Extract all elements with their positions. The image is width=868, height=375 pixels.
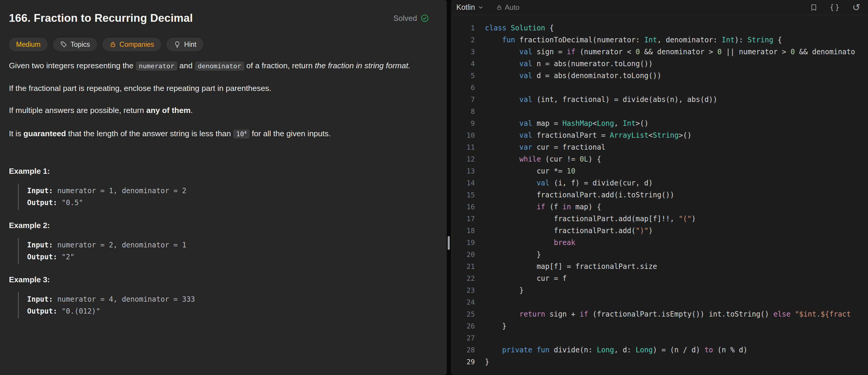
code-token: Int: [644, 36, 657, 44]
companies-button[interactable]: Companies: [102, 37, 161, 51]
bookmark-button[interactable]: [810, 4, 818, 11]
code-token: >(): [679, 131, 691, 140]
topics-label: Topics: [71, 40, 90, 49]
line-number: 9: [451, 117, 475, 129]
code-token: cur *=: [485, 167, 567, 175]
example-block: Input: numerator = 1, denominator = 2Out…: [18, 184, 429, 210]
code-line: 25 return sign + if (fractionalPart.isEm…: [451, 308, 868, 320]
format-code-button[interactable]: {}: [830, 3, 840, 11]
code-text: cur = f: [475, 272, 567, 284]
io-label: Input:: [27, 241, 53, 249]
code-line: 13 cur *= 10: [451, 165, 868, 177]
code-token: Int: [623, 119, 636, 127]
code-text: fun fractionToDecimal(numerator: Int, de…: [475, 34, 782, 46]
io-label: Output:: [27, 199, 57, 207]
example-block: Input: numerator = 4, denominator = 333O…: [18, 292, 429, 318]
code-token: Long: [636, 346, 653, 354]
code-token: val: [520, 71, 537, 80]
text-segment: any of them: [146, 106, 191, 115]
code-text: val map = HashMap<Long, Int>(): [475, 117, 648, 129]
reset-code-button[interactable]: ↺: [852, 3, 860, 12]
solved-badge: Solved: [394, 14, 429, 23]
inline-code: 104: [233, 129, 250, 139]
auto-mode-toggle[interactable]: Auto: [496, 3, 520, 11]
code-token: Long: [597, 119, 614, 127]
panel-divider[interactable]: [447, 0, 451, 375]
io-label: Output:: [27, 253, 57, 261]
difficulty-label: Medium: [16, 40, 40, 49]
topics-button[interactable]: Topics: [53, 37, 97, 51]
code-token: [485, 155, 520, 163]
code-token: fractionalPart.add(: [485, 227, 636, 235]
code-token: if: [536, 203, 549, 211]
code-token: }: [485, 322, 506, 330]
code-token: (numerator <: [580, 48, 636, 56]
description-paragraph: If the fractional part is repeating, enc…: [9, 81, 426, 95]
code-text: if (f in map) {: [475, 201, 601, 213]
example-input: Input: numerator = 2, denominator = 1: [27, 239, 429, 251]
text-segment: .: [191, 106, 193, 115]
code-token: [485, 131, 520, 140]
tag-icon: [60, 41, 67, 48]
code-line: 26 }: [451, 320, 868, 332]
example-output: Output: "2": [27, 251, 429, 263]
code-text: val (i, f) = divide(cur, d): [475, 177, 653, 189]
line-number: 10: [451, 129, 475, 141]
io-value: numerator = 1, denominator = 2: [53, 186, 186, 195]
code-token: (cur !=: [545, 155, 580, 163]
description-paragraph: If multiple answers are possible, return…: [9, 103, 426, 117]
code-token: d = abs(denominator.toLong()): [536, 71, 661, 80]
difficulty-badge[interactable]: Medium: [9, 37, 48, 51]
hint-button[interactable]: Hint: [166, 37, 204, 51]
code-text: val n = abs(numerator.toLong()): [475, 58, 653, 70]
line-number: 13: [451, 165, 475, 177]
code-token: cur = fractional: [536, 143, 605, 151]
io-label: Input:: [27, 186, 53, 195]
code-token: Int: [722, 36, 735, 44]
example-label: Example 3:: [9, 275, 429, 284]
line-number: 11: [451, 141, 475, 153]
line-number: 25: [451, 308, 475, 320]
code-line: 5 val d = abs(denominator.toLong()): [451, 70, 868, 82]
resize-handle[interactable]: [448, 236, 450, 250]
text-segment: guaranteed: [24, 129, 66, 138]
line-number: 12: [451, 153, 475, 165]
code-token: [485, 179, 536, 187]
code-token: else: [773, 310, 795, 318]
code-token: [485, 71, 520, 80]
code-token: divide(n:: [554, 346, 597, 354]
code-token: while: [520, 155, 546, 163]
lightbulb-icon: [174, 41, 181, 48]
code-token: "(": [679, 214, 691, 223]
line-number: 5: [451, 70, 475, 82]
code-token: Solution: [511, 24, 550, 32]
io-label: Output:: [27, 307, 57, 315]
code-token: fun: [536, 346, 554, 354]
code-token: val: [536, 179, 554, 187]
line-number: 16: [451, 201, 475, 213]
io-value: numerator = 4, denominator = 333: [53, 295, 195, 304]
code-token: [485, 310, 520, 318]
code-line: 24: [451, 296, 868, 308]
code-token: if: [580, 310, 592, 318]
code-area[interactable]: 1class Solution {2 fun fractionToDecimal…: [451, 15, 868, 375]
io-value: "0.(012)": [57, 307, 100, 315]
code-token: class: [485, 24, 511, 32]
example-input: Input: numerator = 4, denominator = 333: [27, 293, 429, 305]
line-number: 6: [451, 82, 475, 94]
text-segment: for all the given inputs.: [250, 129, 331, 138]
code-token: (i, f) = divide(cur, d): [554, 179, 653, 187]
code-text: class Solution {: [475, 22, 554, 34]
code-token: cur = f: [485, 274, 567, 283]
code-text: var cur = fractional: [475, 141, 606, 153]
language-selector[interactable]: Kotlin: [456, 3, 484, 11]
code-token: ): [692, 214, 696, 223]
example-input: Input: numerator = 1, denominator = 2: [27, 185, 429, 197]
code-token: && denominato: [795, 48, 855, 56]
auto-label: Auto: [505, 3, 520, 11]
code-token: val: [520, 48, 537, 56]
code-line: 8: [451, 106, 868, 117]
problem-header: 166. Fraction to Recurring Decimal Solve…: [9, 12, 429, 24]
code-text: break: [475, 237, 575, 249]
line-number: 4: [451, 58, 475, 70]
